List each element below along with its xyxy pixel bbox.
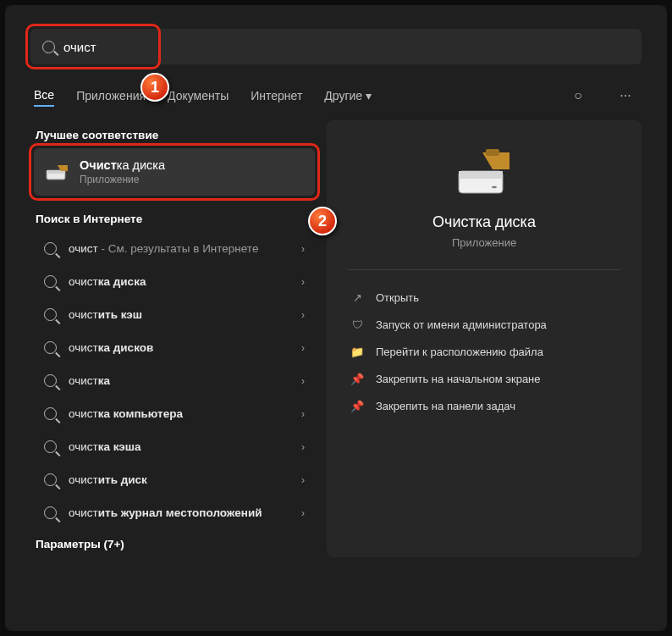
- search-icon: [44, 242, 57, 255]
- tab-all[interactable]: Все: [34, 85, 54, 107]
- search-icon: [42, 41, 55, 53]
- web-result-0[interactable]: очист - См. результаты в Интернете›: [34, 232, 315, 265]
- tab-more[interactable]: Другие ▾: [324, 86, 372, 106]
- action-label: Перейти к расположению файла: [376, 346, 543, 358]
- action-label: Закрепить на панели задач: [376, 400, 515, 412]
- chevron-right-icon: ›: [301, 408, 305, 420]
- search-icon: [44, 407, 57, 420]
- result-label: очистка кэша: [69, 440, 289, 453]
- result-label: очистка дисков: [69, 341, 289, 354]
- web-result-6[interactable]: очистка кэша›: [34, 430, 315, 463]
- disk-cleanup-icon: [46, 163, 69, 180]
- tab-internet[interactable]: Интернет: [251, 86, 302, 106]
- search-icon: [44, 275, 57, 288]
- search-icon: [44, 506, 57, 519]
- detail-title: Очистка диска: [347, 213, 621, 231]
- detail-action-2[interactable]: 📁Перейти к расположению файла: [347, 338, 621, 365]
- svg-rect-5: [486, 149, 499, 156]
- account-icon[interactable]: ○: [565, 83, 591, 108]
- tab-docs[interactable]: Документы: [168, 86, 229, 106]
- action-label: Закрепить на начальном экране: [376, 373, 541, 385]
- action-icon: 📁: [350, 345, 364, 358]
- search-bar[interactable]: [30, 29, 642, 64]
- web-result-2[interactable]: очистить кэш›: [34, 298, 315, 331]
- search-icon: [44, 473, 57, 486]
- best-match-item[interactable]: Очистка диска Приложение: [34, 148, 315, 196]
- disk-cleanup-large-icon: [454, 147, 515, 198]
- tabs-row: Все Приложения Документы Интернет Другие…: [5, 64, 667, 120]
- detail-pane: Очистка диска Приложение ↗Открыть🛡Запуск…: [327, 120, 642, 557]
- best-match-title: Очистка диска: [80, 158, 165, 172]
- detail-subtitle: Приложение: [347, 236, 621, 249]
- search-icon: [44, 440, 57, 453]
- detail-action-3[interactable]: 📌Закрепить на начальном экране: [347, 365, 621, 392]
- tab-apps[interactable]: Приложения: [76, 86, 146, 106]
- chevron-right-icon: ›: [301, 507, 305, 519]
- search-icon: [44, 308, 57, 321]
- annotation-marker-1: 1: [140, 73, 169, 102]
- search-panel: 1 Все Приложения Документы Интернет Друг…: [5, 5, 667, 631]
- result-label: очистка компьютера: [69, 407, 289, 420]
- svg-rect-3: [459, 171, 503, 179]
- result-label: очистить журнал местоположений: [69, 506, 289, 519]
- chevron-right-icon: ›: [301, 441, 305, 453]
- chevron-right-icon: ›: [301, 276, 305, 288]
- annotation-marker-2: 2: [308, 207, 337, 235]
- action-label: Открыть: [376, 291, 419, 304]
- detail-action-1[interactable]: 🛡Запуск от имени администратора: [347, 311, 621, 338]
- chevron-right-icon: ›: [301, 375, 305, 387]
- action-icon: 📌: [350, 372, 364, 385]
- web-result-1[interactable]: очистка диска›: [34, 265, 315, 298]
- action-icon: ↗: [350, 290, 364, 304]
- web-result-3[interactable]: очистка дисков›: [34, 331, 315, 364]
- parameters-header[interactable]: Параметры (7+): [36, 538, 313, 550]
- chevron-right-icon: ›: [301, 474, 305, 486]
- overflow-icon[interactable]: ···: [613, 83, 638, 108]
- search-icon: [44, 374, 57, 387]
- result-label: очистить диск: [69, 473, 289, 486]
- result-label: очистка диска: [69, 275, 289, 288]
- web-result-7[interactable]: очистить диск›: [34, 463, 315, 496]
- web-result-8[interactable]: очистить журнал местоположений›: [34, 496, 315, 529]
- annotation-highlight-2: [29, 143, 320, 201]
- chevron-right-icon: ›: [301, 342, 305, 354]
- divider: [347, 269, 621, 270]
- search-input[interactable]: [63, 40, 630, 54]
- best-match-subtitle: Приложение: [80, 174, 165, 185]
- search-bar-wrap: [30, 29, 642, 64]
- svg-point-4: [492, 186, 497, 189]
- detail-action-4[interactable]: 📌Закрепить на панели задач: [347, 392, 621, 419]
- search-icon: [44, 341, 57, 354]
- web-result-5[interactable]: очистка компьютера›: [34, 397, 315, 430]
- chevron-down-icon: ▾: [366, 89, 372, 102]
- result-label: очистить кэш: [69, 308, 289, 321]
- action-icon: 🛡: [350, 318, 364, 331]
- best-match-header: Лучшее соответствие: [36, 129, 313, 141]
- web-result-4[interactable]: очистка›: [34, 364, 315, 397]
- chevron-right-icon: ›: [301, 309, 305, 321]
- web-search-header: Поиск в Интернете: [36, 213, 313, 225]
- results-column: Лучшее соответствие Очистка диска Прилож…: [30, 120, 318, 557]
- chevron-right-icon: ›: [301, 243, 305, 255]
- result-label: очистка: [69, 374, 289, 387]
- action-icon: 📌: [350, 399, 364, 412]
- result-label: очист - См. результаты в Интернете: [69, 242, 289, 255]
- detail-action-0[interactable]: ↗Открыть: [347, 284, 621, 311]
- action-label: Запуск от имени администратора: [376, 318, 547, 331]
